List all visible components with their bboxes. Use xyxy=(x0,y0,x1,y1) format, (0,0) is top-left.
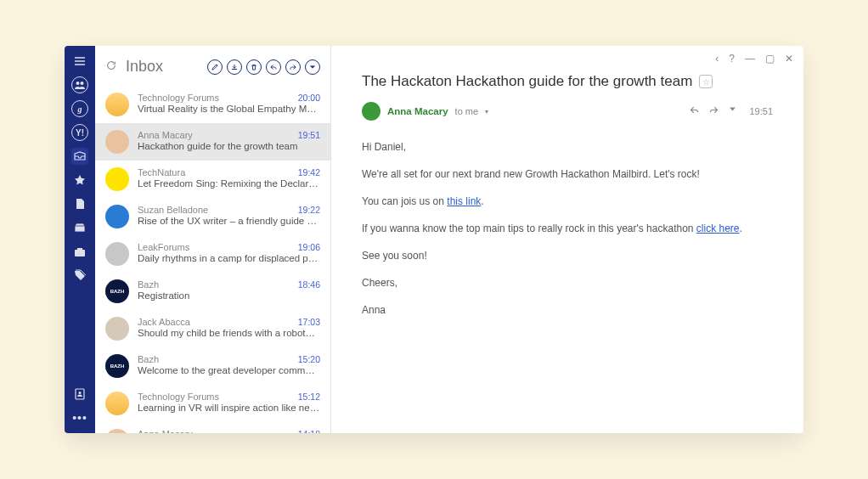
message-row[interactable]: Technology Forums20:00Virtual Reality is… xyxy=(95,86,330,123)
message-row[interactable]: TechNatura19:42Let Freedom Sing: Remixin… xyxy=(95,161,330,198)
message-time: 19:51 xyxy=(298,130,320,140)
account-google-icon[interactable]: g xyxy=(71,100,88,117)
message-row[interactable]: Suzan Belladone19:22Rise of the UX write… xyxy=(95,198,330,235)
back-button[interactable]: ‹ xyxy=(715,53,719,65)
message-row[interactable]: LeakForums19:06Daily rhythms in a camp f… xyxy=(95,235,330,273)
message-from: Jack Abacca xyxy=(138,317,190,327)
svg-rect-5 xyxy=(75,250,85,256)
body-p6: Cheers, xyxy=(362,275,773,290)
mail-body: Hi Daniel, We're all set for our next br… xyxy=(362,139,773,318)
message-row[interactable]: Jack Abacca17:03Should my child be frien… xyxy=(95,310,330,347)
nav-archive-icon[interactable] xyxy=(71,219,88,236)
maximize-button[interactable]: ▢ xyxy=(765,53,775,65)
message-list-pane: Inbox Technology Forums20:00Virtual Real… xyxy=(95,46,331,433)
message-from: Technology Forums xyxy=(138,93,219,103)
mail-title: The Hackaton Hackathon guide for the gro… xyxy=(362,73,692,90)
message-subject: Should my child be friends with a robot… xyxy=(138,328,320,338)
nav-tags-icon[interactable] xyxy=(71,267,88,284)
message-row[interactable]: Anna Macary14:18How Should We Tax Self-D… xyxy=(95,422,330,433)
message-from: Bazh xyxy=(138,354,159,364)
message-time: 18:46 xyxy=(298,279,320,290)
nav-more-icon[interactable]: ••• xyxy=(71,409,88,426)
app-window: g Y! ••• xyxy=(65,46,803,433)
hamburger-icon[interactable] xyxy=(71,53,88,70)
message-time: 17:03 xyxy=(298,317,320,327)
message-time: 20:00 xyxy=(298,93,320,103)
toolbar xyxy=(207,59,320,75)
folder-name: Inbox xyxy=(126,58,199,76)
body-p4: If you wanna know the top main tips to r… xyxy=(362,221,773,236)
close-button[interactable]: ✕ xyxy=(785,53,793,65)
avatar xyxy=(105,93,129,116)
mail-meta: Anna Macary to me ▾ 19:51 xyxy=(362,102,773,121)
svg-point-4 xyxy=(81,82,84,85)
sidebar: g Y! ••• xyxy=(65,46,95,433)
account-yahoo-icon[interactable]: Y! xyxy=(71,124,88,141)
star-button[interactable]: ☆ xyxy=(699,75,713,88)
forward-icon[interactable] xyxy=(708,104,719,118)
message-from: Anna Macary xyxy=(138,130,193,140)
mail-title-row: The Hackaton Hackathon guide for the gro… xyxy=(362,73,773,90)
message-subject: Learning in VR will inspire action like … xyxy=(138,403,320,413)
archive-button[interactable] xyxy=(227,59,242,75)
body-p1: Hi Daniel, xyxy=(362,139,773,155)
message-row[interactable]: Technology Forums15:12Learning in VR wil… xyxy=(95,385,330,422)
avatar xyxy=(105,205,129,228)
message-row[interactable]: BAZHBazh15:20Welcome to the great develo… xyxy=(95,347,330,385)
recipients-dropdown-icon[interactable]: ▾ xyxy=(485,108,488,116)
messages[interactable]: Technology Forums20:00Virtual Reality is… xyxy=(95,86,330,433)
window-controls: ‹ ? — ▢ ✕ xyxy=(715,53,793,65)
nav-snoozed-icon[interactable] xyxy=(71,243,88,260)
message-from: LeakForums xyxy=(138,242,189,252)
nav-addressbook-icon[interactable] xyxy=(71,386,88,403)
avatar xyxy=(105,429,129,433)
avatar xyxy=(105,167,129,191)
svg-point-8 xyxy=(79,392,82,394)
reading-pane: ‹ ? — ▢ ✕ The Hackaton Hackathon guide f… xyxy=(331,46,803,433)
avatar xyxy=(105,242,129,266)
body-p5: See you soon! xyxy=(362,248,773,263)
nav-drafts-icon[interactable] xyxy=(71,195,88,212)
more-icon[interactable] xyxy=(728,104,737,118)
forward-button[interactable] xyxy=(285,59,301,75)
message-row[interactable]: BAZHBazh18:46Registration xyxy=(95,273,330,310)
nav-inbox-icon[interactable] xyxy=(71,148,88,165)
refresh-icon[interactable] xyxy=(105,59,117,74)
body-p7: Anna xyxy=(362,302,773,318)
body-p3: You can jois us on this link. xyxy=(362,194,773,209)
delete-button[interactable] xyxy=(246,59,262,75)
avatar xyxy=(105,317,129,341)
avatar xyxy=(105,130,129,154)
message-from: Anna Macary xyxy=(138,429,193,433)
account-contacts-icon[interactable] xyxy=(71,76,88,93)
message-time: 15:20 xyxy=(298,354,320,364)
message-subject: Registration xyxy=(138,290,320,301)
mail-from: Anna Macary xyxy=(387,106,448,116)
message-subject: Virtual Reality is the Global Empathy Ma… xyxy=(138,104,320,114)
help-button[interactable]: ? xyxy=(729,53,735,65)
nav-starred-icon[interactable] xyxy=(71,172,88,189)
message-time: 19:42 xyxy=(298,167,320,178)
message-time: 15:12 xyxy=(298,392,320,402)
reply-button[interactable] xyxy=(266,59,281,75)
message-from: Suzan Belladone xyxy=(138,205,208,215)
minimize-button[interactable]: — xyxy=(745,53,755,65)
message-subject: Rise of the UX writer – a friendly guide… xyxy=(138,216,320,226)
message-from: Bazh xyxy=(138,279,159,290)
reply-icon[interactable] xyxy=(689,104,700,118)
link-this-link[interactable]: this link xyxy=(447,195,481,207)
mail-actions xyxy=(689,104,737,118)
body-p2: We're all set for our next brand new Gro… xyxy=(362,166,773,182)
avatar: BAZH xyxy=(105,279,129,303)
link-click-here[interactable]: click here xyxy=(696,223,740,234)
more-button[interactable] xyxy=(305,59,320,75)
message-row[interactable]: Anna Macary19:51Hackathon guide for the … xyxy=(95,123,330,161)
message-subject: Welcome to the great developer commu… xyxy=(138,365,320,375)
message-subject: Daily rhythms in a camp for displaced pe… xyxy=(138,253,320,263)
compose-button[interactable] xyxy=(207,59,223,75)
message-from: Technology Forums xyxy=(138,392,219,402)
message-from: TechNatura xyxy=(138,167,185,178)
message-time: 14:18 xyxy=(298,429,320,433)
message-time: 19:06 xyxy=(298,242,320,252)
svg-rect-6 xyxy=(77,248,82,251)
